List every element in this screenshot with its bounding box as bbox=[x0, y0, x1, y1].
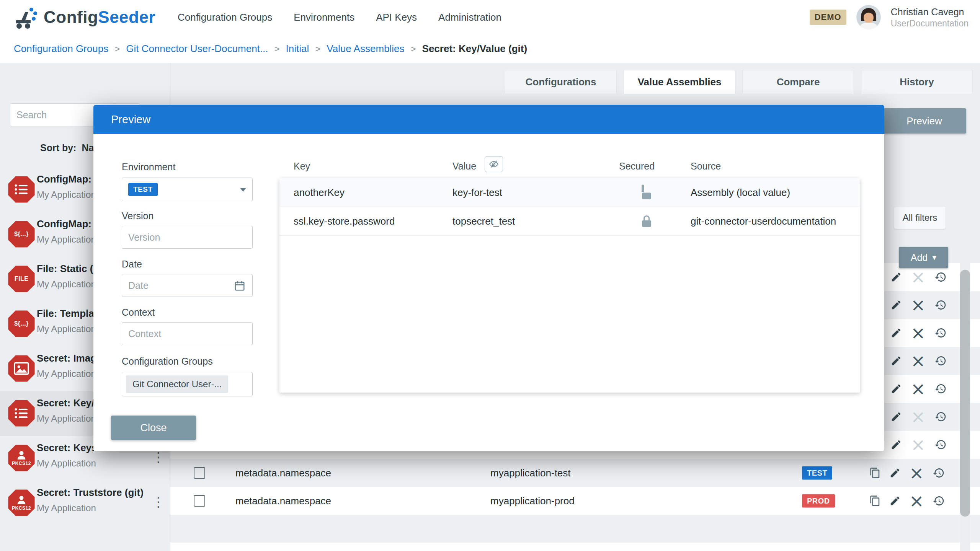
key-value-list-icon bbox=[8, 176, 35, 203]
delete-icon[interactable]: × bbox=[909, 492, 924, 510]
row-checkbox[interactable] bbox=[194, 467, 205, 479]
breadcrumb-separator: > bbox=[315, 44, 320, 54]
env-badge-test: TEST bbox=[802, 466, 832, 479]
history-icon[interactable] bbox=[933, 467, 945, 479]
item-subtitle: My Application bbox=[37, 189, 96, 200]
environment-select[interactable]: TEST bbox=[122, 178, 253, 201]
item-title: Secret: Truststore (git) bbox=[37, 487, 144, 499]
nav-administration[interactable]: Administration bbox=[438, 11, 501, 23]
scrollbar-track[interactable] bbox=[960, 263, 970, 551]
item-subtitle: My Application bbox=[37, 368, 96, 379]
user-avatar[interactable] bbox=[856, 5, 881, 29]
nav-configuration-groups[interactable]: Configuration Groups bbox=[178, 11, 272, 23]
tab-configurations[interactable]: Configurations bbox=[505, 70, 617, 94]
row-actions: × bbox=[890, 295, 963, 315]
edit-icon[interactable] bbox=[889, 495, 901, 507]
copy-icon[interactable] bbox=[869, 467, 881, 479]
breadcrumb-git-connector[interactable]: Git Connector User-Document... bbox=[126, 43, 268, 55]
context-input[interactable] bbox=[122, 322, 253, 345]
preview-source: Assembly (local value) bbox=[691, 187, 790, 199]
delete-icon[interactable]: × bbox=[909, 464, 924, 482]
version-input[interactable] bbox=[122, 226, 253, 249]
preview-dialog: Preview Environment TEST Version Date Co… bbox=[93, 105, 884, 451]
sidebar-item-secret-truststore[interactable]: PKCS12 Secret: Truststore (git) My Appli… bbox=[0, 481, 170, 525]
preview-row: anotherKey key-for-test Assembly (local … bbox=[279, 178, 860, 207]
configuration-groups-field[interactable]: Git Connector User-... bbox=[122, 372, 253, 396]
all-filters-button[interactable]: All filters bbox=[894, 207, 946, 229]
breadcrumb-configuration-groups[interactable]: Configuration Groups bbox=[14, 43, 108, 55]
date-input[interactable] bbox=[122, 274, 253, 297]
edit-icon[interactable] bbox=[890, 411, 902, 422]
edit-icon[interactable] bbox=[889, 467, 901, 479]
item-title: ConfigMap: K bbox=[37, 173, 101, 185]
edit-icon[interactable] bbox=[890, 439, 902, 450]
sort-by[interactable]: Sort by:Na bbox=[40, 142, 94, 153]
preview-results-table: anotherKey key-for-test Assembly (local … bbox=[279, 178, 860, 393]
delete-icon[interactable]: × bbox=[911, 324, 926, 342]
edit-icon[interactable] bbox=[890, 327, 902, 339]
date-label: Date bbox=[122, 259, 142, 270]
delete-icon[interactable]: × bbox=[911, 352, 926, 370]
preview-source: git-connector-userdocumentation bbox=[691, 215, 836, 227]
edit-icon[interactable] bbox=[890, 355, 902, 367]
toggle-secured-values-button[interactable] bbox=[485, 156, 503, 172]
history-icon[interactable] bbox=[934, 271, 947, 283]
preview-button[interactable]: Preview bbox=[882, 108, 966, 134]
configseeder-logo[interactable]: ConfigSeeder bbox=[14, 5, 155, 29]
env-badge-prod: PROD bbox=[802, 494, 835, 507]
delete-icon: × bbox=[911, 408, 926, 425]
delete-icon: × bbox=[911, 268, 926, 286]
history-icon[interactable] bbox=[933, 495, 945, 507]
nav-api-keys[interactable]: API Keys bbox=[376, 11, 417, 23]
breadcrumb-initial[interactable]: Initial bbox=[286, 43, 309, 55]
delete-icon[interactable]: × bbox=[911, 380, 926, 398]
history-icon[interactable] bbox=[934, 327, 947, 339]
edit-icon[interactable] bbox=[890, 299, 902, 311]
row-actions: × bbox=[890, 267, 963, 287]
edit-icon[interactable] bbox=[890, 383, 902, 395]
sort-by-value[interactable]: Na bbox=[82, 142, 94, 153]
row-value: myapplication-prod bbox=[490, 495, 575, 507]
close-button[interactable]: Close bbox=[111, 416, 196, 440]
edit-icon[interactable] bbox=[890, 271, 902, 283]
sort-by-label: Sort by: bbox=[40, 142, 76, 153]
top-navbar: ConfigSeeder Configuration Groups Enviro… bbox=[0, 0, 980, 34]
row-checkbox[interactable] bbox=[194, 495, 205, 507]
eye-off-icon bbox=[488, 159, 500, 169]
history-icon[interactable] bbox=[934, 383, 947, 395]
copy-icon[interactable] bbox=[869, 495, 881, 507]
add-button[interactable]: Add ▾ bbox=[899, 247, 948, 268]
chevron-down-icon: ▾ bbox=[932, 253, 936, 262]
breadcrumb: Configuration Groups > Git Connector Use… bbox=[0, 34, 980, 63]
history-icon[interactable] bbox=[934, 299, 947, 311]
tab-value-assemblies[interactable]: Value Assemblies bbox=[624, 70, 735, 94]
pkcs12-icon: PKCS12 bbox=[8, 489, 35, 517]
delete-icon[interactable]: × bbox=[911, 296, 926, 314]
tab-history[interactable]: History bbox=[861, 70, 973, 94]
item-menu-icon[interactable]: ⋮ bbox=[152, 494, 165, 510]
calendar-icon[interactable] bbox=[234, 280, 246, 292]
user-name: Christian Cavegn bbox=[891, 6, 969, 18]
row-key: metadata.namespace bbox=[235, 467, 331, 479]
history-icon[interactable] bbox=[934, 355, 947, 367]
history-icon[interactable] bbox=[934, 411, 947, 423]
breadcrumb-value-assemblies[interactable]: Value Assemblies bbox=[327, 43, 404, 55]
configseeder-app: ConfigSeeder Configuration Groups Enviro… bbox=[0, 0, 980, 551]
history-icon[interactable] bbox=[934, 439, 947, 451]
column-header-secured: Secured bbox=[619, 161, 655, 172]
scrollbar-thumb[interactable] bbox=[960, 270, 970, 517]
main-nav: Configuration Groups Environments API Ke… bbox=[178, 11, 501, 23]
item-subtitle: My Application bbox=[37, 234, 96, 245]
table-row: metadata.namespace myapplication-test TE… bbox=[170, 459, 970, 487]
row-actions: × bbox=[890, 435, 963, 454]
nav-environments[interactable]: Environments bbox=[294, 11, 354, 23]
navbar-right: DEMO Christian Cavegn UserDocumentation bbox=[810, 5, 969, 29]
lock-icon bbox=[642, 215, 652, 227]
column-header-source: Source bbox=[691, 161, 721, 172]
breadcrumb-separator: > bbox=[114, 44, 120, 54]
user-info[interactable]: Christian Cavegn UserDocumentation bbox=[891, 6, 969, 29]
tab-compare[interactable]: Compare bbox=[742, 70, 854, 94]
key-value-list-icon bbox=[8, 399, 35, 427]
item-menu-icon[interactable]: ⋮ bbox=[152, 449, 165, 466]
item-subtitle: My Application bbox=[37, 458, 96, 469]
